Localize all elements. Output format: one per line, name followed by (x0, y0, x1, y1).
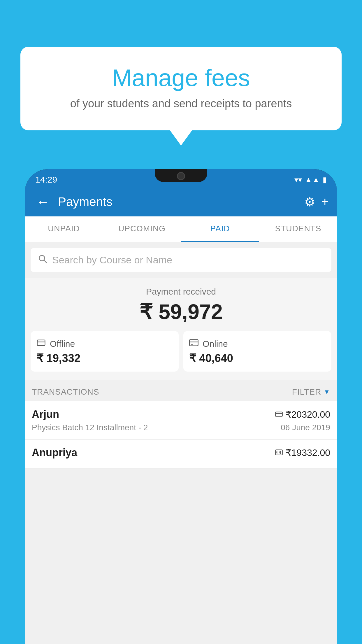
offline-label: Offline (50, 339, 75, 349)
transactions-label: TRANSACTIONS (32, 387, 99, 397)
online-payment-icon (275, 410, 283, 419)
signal-icon: ▲▲ (305, 175, 320, 184)
transactions-header: TRANSACTIONS FILTER ▼ (25, 380, 337, 401)
transaction-name: Arjun (32, 408, 59, 421)
online-card-header: Online (189, 338, 326, 349)
transaction-name: Anupriya (32, 447, 77, 459)
front-camera (177, 172, 185, 180)
transaction-amount: ₹19332.00 (286, 447, 330, 458)
transaction-amount-wrapper: ₹20320.00 (275, 409, 330, 420)
search-placeholder-text: Search by Course or Name (52, 254, 172, 266)
payment-amount: ₹ 59,972 (31, 300, 331, 324)
tab-bar: UNPAID UPCOMING PAID STUDENTS (25, 216, 337, 242)
offline-payment-card: Offline ₹ 19,332 (31, 331, 179, 372)
search-icon (38, 254, 48, 266)
transaction-bottom: Physics Batch 12 Installment - 2 06 June… (32, 423, 330, 432)
transaction-amount-wrapper: ₹19332.00 (275, 447, 330, 458)
filter-label: FILTER (292, 387, 321, 397)
bubble-title: Manage fees (35, 64, 327, 92)
online-icon (189, 338, 198, 349)
status-time: 14:29 (35, 175, 57, 185)
transaction-course: Physics Batch 12 Installment - 2 (32, 423, 148, 432)
app-bar: ← Payments ⚙ + (25, 187, 337, 216)
tab-upcoming[interactable]: UPCOMING (103, 216, 181, 242)
offline-amount: ₹ 19,332 (36, 352, 173, 365)
svg-rect-4 (189, 340, 198, 346)
tab-students[interactable]: STUDENTS (259, 216, 337, 242)
offline-icon (36, 338, 46, 349)
app-bar-actions: ⚙ + (304, 195, 328, 209)
filter-button[interactable]: FILTER ▼ (292, 387, 330, 397)
svg-line-1 (44, 260, 47, 263)
transaction-top: Arjun ₹20320.00 (32, 408, 330, 421)
battery-icon: ▮ (323, 175, 327, 184)
svg-point-0 (39, 256, 45, 261)
transaction-date: 06 June 2019 (281, 423, 330, 432)
phone-frame: 14:29 ▾▾ ▲▲ ▮ ← Payments ⚙ + UNPAID UPCO… (25, 169, 337, 644)
payment-received-section: Payment received ₹ 59,972 Offline (25, 278, 337, 380)
tab-paid[interactable]: PAID (181, 216, 259, 242)
status-icons: ▾▾ ▲▲ ▮ (294, 175, 327, 184)
back-button[interactable]: ← (34, 192, 52, 212)
tab-unpaid[interactable]: UNPAID (25, 216, 103, 242)
transaction-row[interactable]: Anupriya ₹19332.00 (25, 440, 337, 468)
search-bar[interactable]: Search by Course or Name (31, 248, 331, 272)
svg-rect-7 (275, 412, 282, 416)
offline-card-header: Offline (36, 338, 173, 349)
online-amount: ₹ 40,640 (189, 352, 326, 365)
app-bar-title: Payments (58, 195, 298, 209)
filter-icon: ▼ (324, 388, 330, 396)
online-payment-card: Online ₹ 40,640 (183, 331, 331, 372)
transaction-row[interactable]: Arjun ₹20320.00 Physics Batch 12 Install… (25, 401, 337, 440)
bubble-subtitle: of your students and send receipts to pa… (35, 97, 327, 110)
payment-label: Payment received (31, 287, 331, 297)
svg-rect-2 (37, 340, 45, 346)
transaction-amount: ₹20320.00 (286, 409, 330, 420)
online-label: Online (203, 339, 228, 349)
speech-bubble: Manage fees of your students and send re… (20, 47, 342, 130)
phone-notch (155, 169, 207, 182)
transaction-top: Anupriya ₹19332.00 (32, 447, 330, 459)
add-icon[interactable]: + (321, 195, 328, 209)
wifi-icon: ▾▾ (294, 175, 302, 184)
offline-payment-icon (275, 448, 283, 457)
payment-cards: Offline ₹ 19,332 Onli (31, 331, 331, 372)
settings-icon[interactable]: ⚙ (304, 195, 315, 209)
phone-screen: ← Payments ⚙ + UNPAID UPCOMING PAID STUD… (25, 187, 337, 644)
